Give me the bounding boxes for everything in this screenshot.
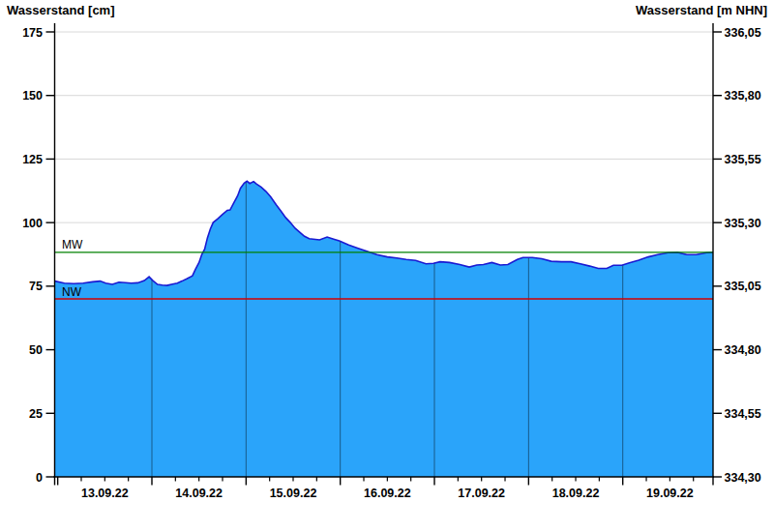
- left-tick-label: 25: [29, 407, 43, 421]
- right-tick-label: 334,80: [725, 343, 761, 357]
- right-tick-label: 335,55: [725, 153, 761, 166]
- x-date-label: 14.09.22: [175, 487, 223, 500]
- x-date-label: 17.09.22: [458, 487, 505, 500]
- water-level-chart: MWNW0255075100125150175334,30334,55334,8…: [0, 0, 774, 532]
- x-date-label: 13.09.22: [81, 487, 129, 500]
- x-date-label: 15.09.22: [270, 487, 317, 500]
- left-tick-label: 50: [29, 343, 43, 357]
- x-date-label: 18.09.22: [552, 487, 600, 500]
- x-date-label: 19.09.22: [646, 487, 694, 500]
- left-tick-label: 75: [29, 280, 43, 293]
- area-series-fill: [55, 181, 714, 477]
- right-tick-label: 336,05: [725, 26, 761, 40]
- right-tick-label: 334,55: [725, 407, 761, 421]
- right-tick-label: 335,05: [725, 280, 761, 293]
- left-tick-label: 0: [36, 471, 43, 485]
- right-tick-label: 335,80: [725, 89, 761, 103]
- nw-label: NW: [62, 285, 82, 299]
- x-date-label: 16.09.22: [364, 487, 411, 500]
- right-tick-label: 335,30: [725, 217, 761, 230]
- mw-label: MW: [62, 238, 83, 251]
- left-tick-label: 125: [22, 153, 43, 166]
- water-level-chart-panel: Wasserstand [cm] Wasserstand [m NHN] MWN…: [0, 0, 774, 532]
- left-tick-label: 175: [22, 26, 43, 40]
- left-tick-label: 100: [22, 217, 43, 230]
- left-tick-label: 150: [22, 89, 43, 103]
- right-tick-label: 334,30: [725, 471, 761, 485]
